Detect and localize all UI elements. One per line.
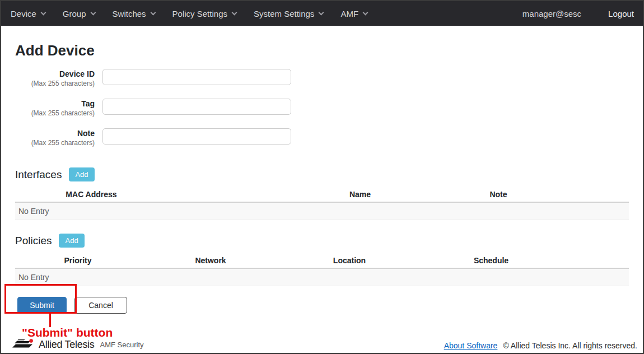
allied-telesis-logo-icon: [12, 339, 35, 351]
cancel-button[interactable]: Cancel: [74, 297, 127, 314]
device-id-label-group: Device ID (Max 255 characters): [15, 69, 95, 88]
chevron-down-icon: [40, 10, 46, 15]
tag-input[interactable]: [102, 99, 291, 115]
top-navbar: Device Group Switches Policy Settings Sy…: [1, 1, 643, 26]
tag-hint: (Max 255 characters): [15, 109, 95, 118]
interfaces-table-header: MAC Address Name Note: [15, 188, 629, 203]
column-header-note: Note: [489, 190, 507, 199]
note-input[interactable]: [102, 128, 291, 145]
policies-empty-row: No Entry: [15, 269, 629, 286]
nav-item-system-settings[interactable]: System Settings: [254, 9, 323, 18]
about-software-link[interactable]: About Software: [444, 341, 498, 350]
app-window: Device Group Switches Policy Settings Sy…: [0, 0, 644, 354]
brand-name: Allied Telesis: [39, 339, 95, 351]
form-row-note: Note (Max 255 characters): [15, 128, 629, 147]
chevron-down-icon: [90, 10, 96, 15]
column-header-network: Network: [195, 256, 226, 265]
chevron-down-icon: [232, 10, 237, 15]
submit-button[interactable]: Submit: [17, 297, 67, 314]
brand-area: Allied Telesis AMF Security: [12, 339, 144, 351]
page-title: Add Device: [15, 42, 629, 59]
nav-item-label: AMF: [340, 9, 358, 18]
note-label: Note: [15, 129, 95, 138]
nav-item-switches[interactable]: Switches: [113, 9, 155, 18]
nav-item-amf[interactable]: AMF: [340, 9, 367, 18]
nav-item-policy-settings[interactable]: Policy Settings: [172, 9, 236, 18]
user-account[interactable]: manager@sesc: [522, 9, 581, 18]
nav-item-label: Group: [63, 9, 86, 18]
interfaces-empty-text: No Entry: [18, 207, 49, 216]
interfaces-empty-row: No Entry: [15, 203, 629, 220]
policies-section-header: Policies Add: [15, 234, 629, 248]
policies-title: Policies: [15, 235, 52, 247]
chevron-down-icon: [363, 10, 368, 15]
chevron-down-icon: [319, 10, 324, 15]
interfaces-section-header: Interfaces Add: [15, 167, 629, 181]
nav-right: manager@sesc Logout: [522, 9, 634, 18]
nav-item-device[interactable]: Device: [11, 9, 45, 18]
column-header-location: Location: [333, 256, 366, 265]
product-name: AMF Security: [100, 341, 144, 350]
interfaces-add-button[interactable]: Add: [69, 167, 94, 181]
nav-item-label: Device: [11, 9, 36, 18]
note-hint: (Max 255 characters): [15, 139, 95, 147]
annotation-label: "Submit" button: [22, 326, 113, 339]
tag-label-group: Tag (Max 255 characters): [15, 99, 95, 118]
form-row-tag: Tag (Max 255 characters): [15, 99, 629, 118]
device-id-input[interactable]: [102, 69, 291, 85]
column-header-schedule: Schedule: [474, 256, 508, 265]
column-header-name: Name: [349, 190, 371, 199]
policies-add-button[interactable]: Add: [59, 234, 84, 248]
nav-menu: Device Group Switches Policy Settings Sy…: [11, 9, 367, 18]
form-actions: Submit Cancel: [15, 297, 629, 314]
device-id-label: Device ID: [15, 69, 95, 79]
form-row-device-id: Device ID (Max 255 characters): [15, 69, 629, 88]
nav-item-label: Switches: [113, 9, 146, 18]
interfaces-title: Interfaces: [15, 169, 62, 181]
nav-item-label: Policy Settings: [172, 9, 227, 18]
policies-empty-text: No Entry: [18, 273, 49, 282]
logout-link[interactable]: Logout: [608, 9, 634, 18]
nav-item-group[interactable]: Group: [63, 9, 95, 18]
legal-area: About Software © Allied Telesis Inc. All…: [444, 341, 637, 351]
tag-label: Tag: [15, 99, 95, 109]
annotation-pointer-line: [49, 314, 51, 327]
note-label-group: Note (Max 255 characters): [15, 128, 95, 147]
chevron-down-icon: [150, 10, 156, 15]
device-id-hint: (Max 255 characters): [15, 80, 95, 88]
column-header-mac-address: MAC Address: [66, 190, 116, 199]
copyright-text: © Allied Telesis Inc. All rights reserve…: [503, 341, 637, 350]
page-footer: Allied Telesis AMF Security About Softwa…: [1, 339, 643, 352]
main-content: Add Device Device ID (Max 255 characters…: [1, 26, 643, 314]
nav-item-label: System Settings: [254, 9, 314, 18]
policies-table-header: Priority Network Location Schedule: [15, 254, 629, 269]
column-header-priority: Priority: [64, 256, 91, 265]
